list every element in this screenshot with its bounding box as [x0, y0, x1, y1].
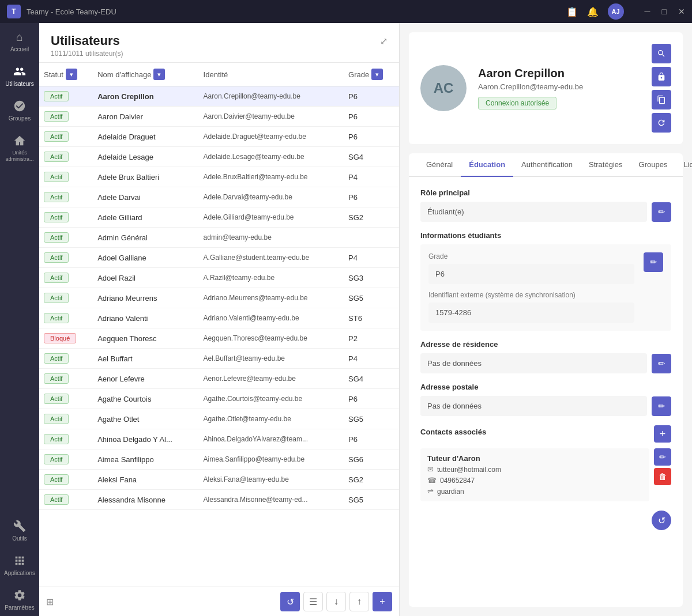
home-icon: ⌂: [13, 30, 27, 44]
minimize-button[interactable]: ─: [645, 7, 650, 16]
sidebar-item-accueil[interactable]: ⌂ Accueil: [0, 23, 39, 58]
edit-info-btn[interactable]: ✏: [644, 252, 663, 272]
sidebar-item-applications[interactable]: Applications: [0, 547, 39, 581]
phone-icon: ☎: [427, 476, 437, 485]
copy-user-btn[interactable]: [652, 90, 671, 109]
tab-licences[interactable]: Licences: [675, 153, 692, 177]
sidebar-item-groupes[interactable]: Groupes: [0, 92, 39, 127]
groupes-icon: [13, 99, 27, 113]
table-row[interactable]: Actif Admin Général admin@teamy-edu.be: [39, 228, 399, 248]
edit-contact-btn[interactable]: ✏: [654, 448, 671, 466]
outils-icon: [13, 519, 27, 533]
cell-nom: Aegquen Thoresc: [93, 328, 198, 349]
filter-icon[interactable]: ⊞: [46, 596, 54, 607]
download-btn[interactable]: ↓: [326, 592, 346, 611]
table-row[interactable]: Actif Alessandra Misonne Alessandra.Miso…: [39, 490, 399, 510]
list-view-btn[interactable]: ☰: [303, 592, 323, 611]
table-row[interactable]: Actif Adele Gilliard Adele.Gilliard@team…: [39, 207, 399, 228]
tab-groupes[interactable]: Groupes: [631, 153, 676, 177]
cell-grade: SG4: [344, 147, 399, 167]
bell-icon[interactable]: 🔔: [587, 6, 599, 17]
table-row[interactable]: Actif Adoel Galliane A.Galliane@student.…: [39, 248, 399, 268]
cell-grade: P2: [344, 328, 399, 349]
contact-card: Tuteur d'Aaron ✉ tutteur@hotmail.com ☎ 0…: [420, 448, 649, 501]
cell-grade: SG5: [344, 490, 399, 510]
sidebar-item-utilisateurs[interactable]: Utilisateurs: [0, 58, 39, 92]
cell-nom: Adriano Meurrens: [93, 288, 198, 308]
cell-nom: Adoel Razil: [93, 268, 198, 288]
contact-phone-row: ☎ 049652847: [427, 476, 642, 485]
cell-email: Adriano.Meurrens@teamy-edu.be: [199, 288, 344, 308]
table-row[interactable]: Actif Adele Brux Baltieri Adele.BruxBalt…: [39, 167, 399, 187]
table-row[interactable]: Actif Ael Buffart Ael.Buffart@teamy-edu.…: [39, 349, 399, 369]
expand-button[interactable]: ⤢: [380, 36, 388, 47]
user-avatar[interactable]: AJ: [608, 3, 624, 20]
adresse-residence-label: Adresse de résidence: [420, 340, 671, 349]
edit-adresse-residence-btn[interactable]: ✏: [652, 354, 671, 373]
table-row[interactable]: Actif Adelaide Draguet Adelaide.Draguet@…: [39, 127, 399, 147]
table-row[interactable]: Actif Ahinoa Delgado Y Al... Ahinoa.Delg…: [39, 429, 399, 449]
close-button[interactable]: ✕: [678, 7, 685, 16]
upload-btn[interactable]: ↑: [349, 592, 369, 611]
edit-role-btn[interactable]: ✏: [652, 202, 671, 222]
table-row[interactable]: Actif Adelaide Lesage Adelaide.Lesage@te…: [39, 147, 399, 167]
users-table: Statut ▾ Nom d'affichage ▾ Identité: [39, 63, 399, 510]
unites-icon: [13, 134, 27, 148]
cell-nom: Agathe Courtois: [93, 389, 198, 409]
app-title: Teamy - Ecole Teamy-EDU: [27, 7, 566, 16]
refresh-user-btn[interactable]: [652, 113, 671, 133]
tab-authentification[interactable]: Authentification: [513, 153, 581, 177]
table-row[interactable]: Actif Adriano Valenti Adriano.Valenti@te…: [39, 308, 399, 328]
cell-statut: Actif: [39, 127, 93, 147]
clipboard-icon[interactable]: 📋: [566, 6, 578, 17]
cell-grade: SG5: [344, 288, 399, 308]
grade-filter-btn[interactable]: ▾: [371, 69, 383, 80]
table-row[interactable]: Actif Aleksi Fana Aleksi.Fana@teamy-edu.…: [39, 470, 399, 490]
search-user-btn[interactable]: [652, 44, 671, 63]
statut-filter-btn[interactable]: ▾: [66, 69, 77, 80]
table-row[interactable]: Actif Aimea Sanfilippo Aimea.Sanfilippo@…: [39, 449, 399, 470]
table-row[interactable]: Actif Aenor Lefevre Aenor.Lefevre@teamy-…: [39, 369, 399, 389]
adresse-residence-value: Pas de données: [420, 353, 647, 373]
add-contact-btn[interactable]: +: [654, 425, 671, 443]
col-nom: Nom d'affichage ▾: [93, 63, 198, 86]
cell-nom: Adelaide Draguet: [93, 127, 198, 147]
contact-role-row: ⇌ guardian: [427, 487, 642, 496]
cell-nom: Alessandra Misonne: [93, 490, 198, 510]
table-row[interactable]: Actif Aaron Daivier Aaron.Daivier@teamy-…: [39, 107, 399, 127]
edit-adresse-postale-btn[interactable]: ✏: [652, 396, 671, 416]
cell-grade: P4: [344, 167, 399, 187]
sidebar-item-outils[interactable]: Outils: [0, 512, 39, 547]
table-row[interactable]: Actif Adriano Meurrens Adriano.Meurrens@…: [39, 288, 399, 308]
cell-nom: Adele Darvai: [93, 187, 198, 207]
maximize-button[interactable]: □: [662, 7, 667, 16]
cell-statut: Actif: [39, 107, 93, 127]
table-row[interactable]: Bloqué Aegquen Thoresc Aegquen.Thoresc@t…: [39, 328, 399, 349]
refresh-education-btn[interactable]: ↺: [652, 511, 671, 530]
table-header: Statut ▾ Nom d'affichage ▾ Identité: [39, 63, 399, 86]
table-row[interactable]: Actif Agathe Otlet Agathe.Otlet@teamy-ed…: [39, 409, 399, 429]
nom-filter-btn[interactable]: ▾: [153, 69, 165, 80]
lock-user-btn[interactable]: [652, 67, 671, 86]
delete-contact-btn[interactable]: 🗑: [654, 468, 671, 485]
sidebar-item-unites[interactable]: Unitésadministra...: [0, 127, 39, 167]
tab-general[interactable]: Général: [418, 153, 461, 177]
table-row[interactable]: Actif Adoel Razil A.Razil@teamy-edu.be S…: [39, 268, 399, 288]
cell-email: Alessandra.Misonne@teamy-ed...: [199, 490, 344, 510]
sidebar-item-parametres[interactable]: Paramètres: [0, 581, 39, 616]
status-badge: Actif: [44, 91, 69, 101]
adresse-postale-label: Adresse postale: [420, 383, 671, 391]
table-row[interactable]: Actif Aaron Crepillon Aaron.Crepillon@te…: [39, 86, 399, 107]
tab-strategies[interactable]: Stratégies: [581, 153, 631, 177]
refresh-bottom: ↺: [420, 511, 671, 530]
cell-statut: Actif: [39, 470, 93, 490]
tab-education[interactable]: Éducation: [461, 153, 513, 177]
cell-grade: P4: [344, 349, 399, 369]
table-row[interactable]: Actif Adele Darvai Adele.Darvai@teamy-ed…: [39, 187, 399, 207]
refresh-btn[interactable]: ↺: [280, 592, 300, 611]
cell-email: Aenor.Lefevre@teamy-edu.be: [199, 369, 344, 389]
table-row[interactable]: Actif Agathe Courtois Agathe.Courtois@te…: [39, 389, 399, 409]
cell-grade: P6: [344, 187, 399, 207]
add-user-btn[interactable]: +: [373, 592, 392, 611]
user-info: Aaron Crepillon Aaron.Crepillon@teamy-ed…: [478, 67, 640, 109]
